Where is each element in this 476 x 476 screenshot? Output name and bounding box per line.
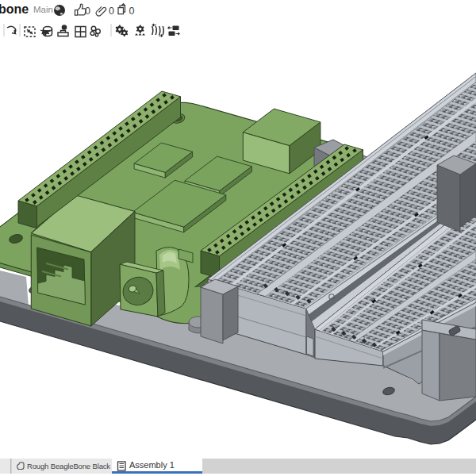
svg-text:0: 0 bbox=[109, 6, 114, 17]
svg-text:0: 0 bbox=[129, 6, 135, 17]
svg-text:0: 0 bbox=[85, 6, 90, 17]
